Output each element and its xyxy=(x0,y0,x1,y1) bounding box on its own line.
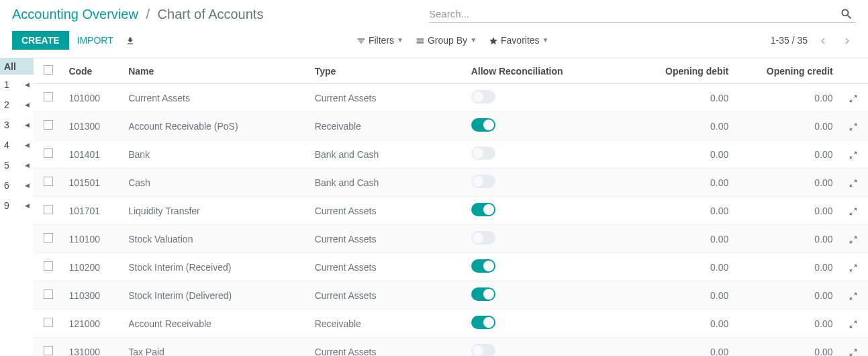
col-header-type[interactable]: Type xyxy=(309,58,466,84)
col-header-debit[interactable]: Opening debit xyxy=(630,58,734,84)
index-all[interactable]: All xyxy=(0,58,34,75)
expand-row-icon[interactable] xyxy=(849,92,858,103)
row-checkbox[interactable] xyxy=(44,290,53,299)
row-checkbox[interactable] xyxy=(44,205,53,214)
index-label: 1 xyxy=(4,79,9,90)
expand-row-icon[interactable] xyxy=(849,148,858,159)
cell-debit: 0.00 xyxy=(630,84,734,112)
cell-code: 121000 xyxy=(63,310,123,338)
row-checkbox[interactable] xyxy=(44,261,53,271)
row-checkbox[interactable] xyxy=(44,92,53,101)
table-row[interactable]: 101300 Account Receivable (PoS) Receivab… xyxy=(34,112,868,140)
reconciliation-toggle[interactable] xyxy=(471,316,495,329)
cell-credit: 0.00 xyxy=(734,253,838,281)
table-row[interactable]: 101701 Liquidity Transfer Current Assets… xyxy=(34,197,868,225)
select-all-checkbox[interactable] xyxy=(44,65,53,75)
cell-type: Current Assets xyxy=(309,197,466,225)
expand-arrow-icon: ◀ xyxy=(25,81,30,88)
reconciliation-toggle[interactable] xyxy=(471,175,495,188)
index-item[interactable]: 4◀ xyxy=(0,135,34,155)
col-header-name[interactable]: Name xyxy=(123,58,309,84)
cell-credit: 0.00 xyxy=(734,338,838,357)
expand-row-icon[interactable] xyxy=(849,120,858,131)
expand-row-icon[interactable] xyxy=(849,318,858,328)
import-button[interactable]: IMPORT xyxy=(77,35,113,46)
reconciliation-toggle[interactable] xyxy=(471,118,495,132)
cell-code: 101000 xyxy=(63,84,123,112)
expand-row-icon[interactable] xyxy=(849,346,858,356)
col-header-recon[interactable]: Allow Reconciliation xyxy=(466,58,630,84)
expand-row-icon[interactable] xyxy=(849,177,858,187)
favorites-label: Favorites xyxy=(501,35,540,46)
table-row[interactable]: 110200 Stock Interim (Received) Current … xyxy=(34,253,868,281)
reconciliation-toggle[interactable] xyxy=(471,231,495,244)
cell-type: Current Assets xyxy=(309,84,466,112)
cell-credit: 0.00 xyxy=(734,84,838,112)
index-item[interactable]: 5◀ xyxy=(0,155,34,175)
index-label: 3 xyxy=(4,120,9,130)
reconciliation-toggle[interactable] xyxy=(471,287,495,301)
cell-credit: 0.00 xyxy=(734,225,838,253)
favorites-dropdown[interactable]: Favorites ▼ xyxy=(489,35,548,46)
expand-arrow-icon: ◀ xyxy=(25,182,30,189)
reconciliation-toggle[interactable] xyxy=(471,344,495,356)
expand-arrow-icon: ◀ xyxy=(25,202,30,209)
cell-type: Bank and Cash xyxy=(309,140,466,169)
expand-arrow-icon: ◀ xyxy=(25,142,30,148)
download-icon[interactable] xyxy=(126,35,135,46)
groupby-dropdown[interactable]: Group By ▼ xyxy=(416,35,477,46)
table-row[interactable]: 101401 Bank Bank and Cash 0.00 0.00 xyxy=(34,140,868,169)
table-row[interactable]: 131000 Tax Paid Current Assets 0.00 0.00 xyxy=(34,338,868,357)
cell-code: 101300 xyxy=(63,112,123,140)
cell-name: Stock Interim (Delivered) xyxy=(123,281,309,310)
search-input[interactable] xyxy=(429,5,837,22)
chevron-down-icon: ▼ xyxy=(542,36,549,44)
cell-credit: 0.00 xyxy=(734,197,838,225)
row-checkbox[interactable] xyxy=(44,318,53,327)
cell-debit: 0.00 xyxy=(630,169,734,197)
row-checkbox[interactable] xyxy=(44,233,53,242)
cell-code: 101501 xyxy=(63,169,123,197)
col-header-credit[interactable]: Opening credit xyxy=(734,58,838,84)
breadcrumb-parent-link[interactable]: Accounting Overview xyxy=(12,7,138,21)
index-item[interactable]: 2◀ xyxy=(0,95,34,115)
row-checkbox[interactable] xyxy=(44,120,53,130)
expand-row-icon[interactable] xyxy=(849,233,858,244)
expand-row-icon[interactable] xyxy=(849,261,858,272)
col-header-code[interactable]: Code xyxy=(63,58,123,84)
index-label: 5 xyxy=(4,160,9,171)
row-checkbox[interactable] xyxy=(44,177,53,186)
breadcrumb-separator: / xyxy=(146,7,150,21)
table-row[interactable]: 101501 Cash Bank and Cash 0.00 0.00 xyxy=(34,169,868,197)
list-icon xyxy=(416,35,425,46)
cell-code: 110100 xyxy=(63,225,123,253)
cell-code: 101701 xyxy=(63,197,123,225)
create-button[interactable]: CREATE xyxy=(12,31,69,50)
index-label: 4 xyxy=(4,140,9,150)
index-item[interactable]: 3◀ xyxy=(0,115,34,135)
reconciliation-toggle[interactable] xyxy=(471,90,495,103)
reconciliation-toggle[interactable] xyxy=(471,146,495,160)
reconciliation-toggle[interactable] xyxy=(471,203,495,216)
search-icon[interactable] xyxy=(837,7,856,21)
table-row[interactable]: 121000 Account Receivable Receivable 0.0… xyxy=(34,310,868,338)
reconciliation-toggle[interactable] xyxy=(471,259,495,273)
index-label: 6 xyxy=(4,180,9,191)
table-row[interactable]: 110100 Stock Valuation Current Assets 0.… xyxy=(34,225,868,253)
pager-next-button[interactable] xyxy=(838,34,856,48)
filters-dropdown[interactable]: Filters ▼ xyxy=(356,35,403,46)
expand-row-icon[interactable] xyxy=(849,290,858,300)
table-row[interactable]: 101000 Current Assets Current Assets 0.0… xyxy=(34,84,868,112)
index-item[interactable]: 9◀ xyxy=(0,195,34,216)
expand-row-icon[interactable] xyxy=(849,205,858,216)
table-row[interactable]: 110300 Stock Interim (Delivered) Current… xyxy=(34,281,868,310)
cell-code: 101401 xyxy=(63,140,123,169)
chevron-down-icon: ▼ xyxy=(470,36,477,44)
pager-prev-button[interactable] xyxy=(814,34,832,48)
cell-type: Receivable xyxy=(309,112,466,140)
row-checkbox[interactable] xyxy=(44,346,53,355)
pager-range[interactable]: 1-35 / 35 xyxy=(771,35,808,46)
row-checkbox[interactable] xyxy=(44,148,53,158)
index-item[interactable]: 6◀ xyxy=(0,175,34,195)
index-item[interactable]: 1◀ xyxy=(0,75,34,95)
